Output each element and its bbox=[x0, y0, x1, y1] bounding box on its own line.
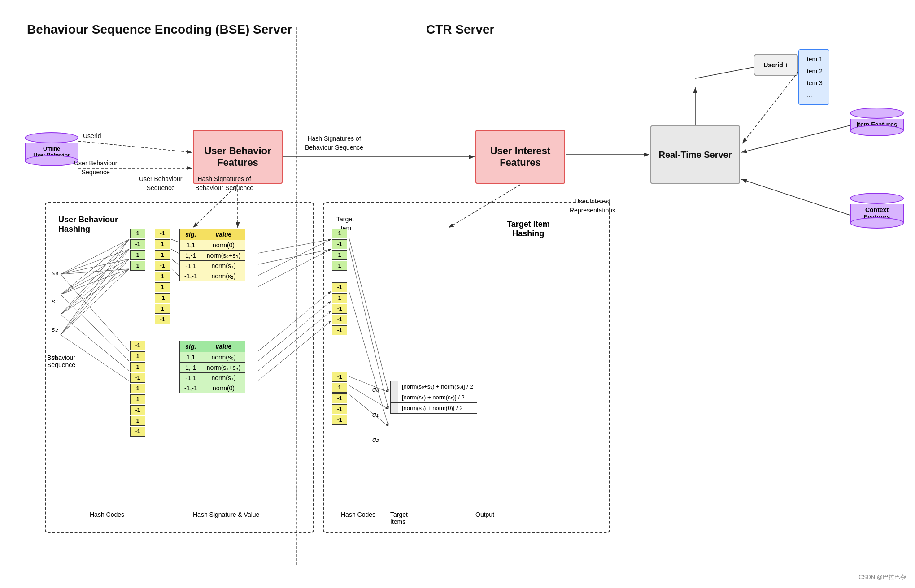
out-q0-val: [norm(s₀+s₁) + norm(s₀)] / 2 bbox=[398, 381, 477, 392]
svg-line-10 bbox=[741, 179, 850, 215]
item-1: Item 1 bbox=[805, 56, 823, 63]
table2-r2-sig: 1,-1 bbox=[180, 363, 202, 373]
hc2-1: -1 bbox=[155, 229, 170, 238]
hc2-6: 1 bbox=[155, 282, 170, 292]
target-items-q-labels: q₀ q₁ q₂ bbox=[372, 385, 379, 444]
context-features-db: ContextFeatures bbox=[850, 193, 904, 229]
hash-sig-label2: Hash Signatures ofBehaviour Sequence bbox=[195, 175, 253, 192]
user-behaviour-hashing-label: User BehaviourHashing bbox=[58, 215, 118, 234]
hash-col-3-bottom: -1 1 1 -1 1 1 -1 1 -1 bbox=[130, 341, 145, 437]
ctr-server-title: CTR Server bbox=[426, 22, 495, 37]
user-behaviour-seq-label: User BehaviourSequence bbox=[74, 159, 118, 177]
hc1-2: -1 bbox=[130, 239, 145, 249]
table1-value-header: value bbox=[202, 229, 245, 240]
hc3-8: 1 bbox=[130, 416, 145, 426]
seq-s0: s₀ bbox=[52, 269, 58, 277]
output-label: Output bbox=[475, 511, 494, 518]
behaviour-sequence-label: BehaviourSequence bbox=[47, 354, 75, 368]
userid-plus-box: Userid + bbox=[754, 54, 798, 76]
bse-server-title: Behaviour Sequence Encoding (BSE) Server bbox=[27, 22, 292, 37]
rhm-3: -1 bbox=[332, 304, 347, 314]
table1-r1-val: norm(0) bbox=[202, 240, 245, 251]
hc1-1: 1 bbox=[130, 229, 145, 238]
hash-col-right-top: 1 -1 1 1 bbox=[332, 229, 347, 271]
output-table-container: [norm(s₀+s₁) + norm(s₀)] / 2 [norm(s₂) +… bbox=[390, 381, 477, 414]
hc1-4: 1 bbox=[130, 261, 145, 271]
table2-sig-header: sig. bbox=[180, 341, 202, 352]
rhm-4: -1 bbox=[332, 315, 347, 324]
target-item-hashing-label: Target ItemHashing bbox=[507, 220, 550, 238]
rh-3: 1 bbox=[332, 250, 347, 260]
table1-r3-sig: -1,1 bbox=[180, 261, 202, 271]
rhb-5: -1 bbox=[332, 415, 347, 425]
svg-line-2 bbox=[78, 141, 192, 152]
hash-col-right-bot: -1 1 -1 -1 -1 bbox=[332, 372, 347, 425]
hc2-5: 1 bbox=[155, 272, 170, 281]
rhb-3: -1 bbox=[332, 393, 347, 403]
q2-label: q₂ bbox=[372, 436, 379, 444]
hash-col-1-top: 1 -1 1 1 bbox=[130, 229, 145, 271]
hc3-7: -1 bbox=[130, 405, 145, 415]
q1-label: q₁ bbox=[372, 411, 379, 419]
db-bottom bbox=[25, 155, 78, 166]
realtime-server-label: Real-Time Server bbox=[658, 150, 732, 160]
hash-sig-value-label: Hash Signature & Value bbox=[193, 511, 259, 518]
item-features-db: Item Features bbox=[850, 108, 904, 136]
user-interest-features-label: User InterestFeatures bbox=[490, 145, 551, 169]
rh-2: -1 bbox=[332, 239, 347, 249]
out-q1-val: [norm(s₂) + norm(s₂)] / 2 bbox=[398, 392, 477, 403]
table2-r4-val: norm(0) bbox=[202, 383, 245, 393]
offline-user-behavior: OfflineUser Behavior bbox=[25, 132, 78, 166]
table2-r2-val: norm(s₁+s₃) bbox=[202, 363, 245, 373]
hc3-5: 1 bbox=[130, 384, 145, 393]
q0-label: q₀ bbox=[372, 385, 379, 393]
table2-r1-val: norm(s₀) bbox=[202, 352, 245, 363]
userid-arrow-label: Userid bbox=[83, 132, 101, 139]
seq-s1: s₁ bbox=[52, 297, 58, 305]
main-container: Behaviour Sequence Encoding (BSE) Server… bbox=[0, 0, 915, 588]
hc2-2: 1 bbox=[155, 239, 170, 249]
ctx-db-bottom bbox=[850, 217, 904, 229]
table1-r1-sig: 1,1 bbox=[180, 240, 202, 251]
sequence-labels: s₀ s₁ s₂ s₃ bbox=[52, 269, 58, 362]
table1-r4-val: norm(s₃) bbox=[202, 271, 245, 281]
hc2-9: -1 bbox=[155, 315, 170, 324]
table2-r3-sig: -1,1 bbox=[180, 373, 202, 383]
svg-line-9 bbox=[741, 125, 850, 152]
out-q1 bbox=[391, 392, 398, 403]
hash-sig-label: Hash Signatures ofBehaviour Sequence bbox=[305, 134, 363, 152]
out-q0 bbox=[391, 381, 398, 392]
hash-codes-label-right: Hash Codes bbox=[341, 511, 375, 518]
table1-r3-val: norm(s₂) bbox=[202, 261, 245, 271]
rhb-1: -1 bbox=[332, 372, 347, 382]
rh-1: 1 bbox=[332, 229, 347, 238]
rhm-1: -1 bbox=[332, 282, 347, 292]
sig-value-table-2: sig. value 1,1 norm(s₀) 1,-1 norm(s₁+s₃)… bbox=[179, 341, 245, 393]
rhm-2: 1 bbox=[332, 293, 347, 303]
sig-value-table-1: sig. value 1,1 norm(0) 1,-1 norm(s₀+s₁) … bbox=[179, 229, 245, 281]
item-db-top bbox=[850, 108, 904, 119]
hc3-6: 1 bbox=[130, 394, 145, 404]
watermark: CSDN @巴拉巴杂 bbox=[858, 573, 906, 581]
hc3-9: -1 bbox=[130, 427, 145, 437]
target-item-dashed-region bbox=[323, 202, 610, 533]
table1-r2-val: norm(s₀+s₁) bbox=[202, 251, 245, 261]
user-behavior-features-label: User BehaviorFeatures bbox=[204, 145, 271, 169]
table2-r1-sig: 1,1 bbox=[180, 352, 202, 363]
out-q2 bbox=[391, 403, 398, 414]
hc2-3: 1 bbox=[155, 250, 170, 260]
user-behaviour-seq-label2: User BehaviourSequence bbox=[139, 175, 183, 192]
seq-s2: s₂ bbox=[52, 325, 58, 333]
svg-line-7 bbox=[695, 67, 754, 78]
table2-r3-val: norm(s₂) bbox=[202, 373, 245, 383]
rhb-2: 1 bbox=[332, 383, 347, 393]
hc3-4: -1 bbox=[130, 373, 145, 383]
table1-r4-sig: -1,-1 bbox=[180, 271, 202, 281]
rhm-5: -1 bbox=[332, 325, 347, 335]
user-interest-features-box: User InterestFeatures bbox=[475, 130, 565, 184]
userid-plus-label: Userid + bbox=[763, 61, 789, 69]
hash-col-right-mid: -1 1 -1 -1 -1 bbox=[332, 282, 347, 335]
table1-sig-header: sig. bbox=[180, 229, 202, 240]
out-q2-val: [norm(s₃) + norm(0)] / 2 bbox=[398, 403, 477, 414]
rh-4: 1 bbox=[332, 261, 347, 271]
